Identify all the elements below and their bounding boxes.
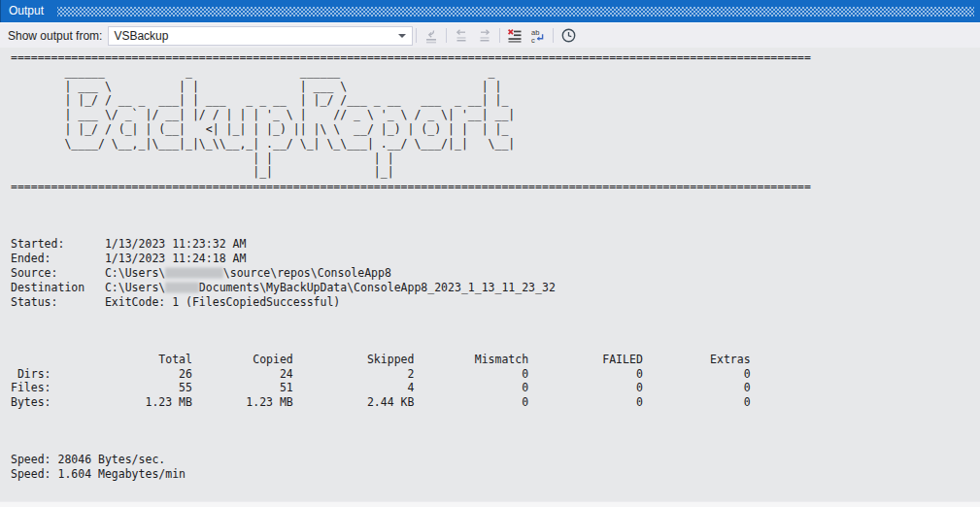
console-line bbox=[11, 223, 980, 238]
show-output-from-label: Show output from: bbox=[8, 29, 102, 43]
output-console[interactable]: ========================================… bbox=[0, 49, 980, 501]
console-line bbox=[11, 323, 980, 338]
console-line: ========================================… bbox=[11, 180, 980, 194]
console-line: | ___ \ | | | ___ \ | | bbox=[11, 80, 980, 94]
console-line: Bytes: 1.23 MB 1.23 MB 2.44 KB 0 0 0 bbox=[11, 395, 980, 410]
go-to-message-icon bbox=[423, 28, 439, 44]
output-toolbar: Show output from: VSBackup bbox=[0, 22, 980, 48]
titlebar-drag-grip[interactable] bbox=[57, 7, 974, 17]
next-message-icon bbox=[477, 28, 492, 44]
console-line: |_| |_| bbox=[11, 165, 980, 180]
console-line: \____/ \__,_|\___|_|\_\\__,_| .__/ \_| \… bbox=[11, 137, 980, 152]
word-wrap-icon: ab c bbox=[530, 28, 546, 44]
redacted-text bbox=[165, 282, 199, 292]
console-line: | |_/ / (_| | (__| <| |_| | |_) || |\ \ … bbox=[11, 122, 980, 137]
console-line: Ended: 1/13/2023 11:24:18 AM bbox=[11, 252, 980, 266]
clock-button[interactable] bbox=[558, 25, 579, 47]
next-message-button[interactable] bbox=[474, 25, 495, 47]
console-line: Started: 1/13/2023 11:23:32 AM bbox=[11, 237, 980, 252]
titlebar-title: Output bbox=[9, 0, 44, 22]
clear-all-icon bbox=[507, 28, 523, 44]
console-line: Files: 55 51 4 0 0 0 bbox=[11, 381, 980, 395]
console-line bbox=[11, 309, 980, 323]
console-line bbox=[11, 482, 980, 496]
output-source-combobox[interactable]: VSBackup bbox=[108, 26, 413, 46]
console-line: Speed: 28046 Bytes/sec. bbox=[11, 453, 980, 467]
redacted-text bbox=[165, 267, 223, 278]
previous-message-button[interactable] bbox=[451, 25, 472, 47]
console-line bbox=[11, 424, 980, 439]
console-line: Total Copied Skipped Mismatch FAILED Ext… bbox=[11, 353, 980, 367]
toolbar-separator bbox=[499, 28, 500, 43]
clear-all-button[interactable] bbox=[504, 25, 525, 47]
console-line bbox=[11, 194, 980, 209]
output-titlebar[interactable]: Output bbox=[0, 0, 980, 22]
go-to-message-button[interactable] bbox=[421, 25, 442, 47]
console-line: Dirs: 26 24 2 0 0 0 bbox=[11, 367, 980, 382]
console-line: Status: ExitCode: 1 (FilesCopiedSuccessf… bbox=[11, 295, 980, 310]
console-line bbox=[11, 209, 980, 223]
console-line: Source: C:\Users\\source\repos\ConsoleAp… bbox=[11, 266, 980, 281]
console-line bbox=[11, 439, 980, 454]
console-line: | | | | bbox=[11, 152, 980, 166]
console-line: | |_/ / __ _ ___| | ___ _ _ __ | |_/ /__… bbox=[11, 93, 980, 108]
combobox-value: VSBackup bbox=[114, 29, 168, 43]
console-line bbox=[11, 410, 980, 424]
chevron-down-icon bbox=[398, 34, 406, 38]
console-line: ========================================… bbox=[11, 51, 980, 65]
horizontal-scrollbar[interactable] bbox=[0, 501, 980, 507]
console-line bbox=[11, 338, 980, 353]
console-line: Speed: 1.604 Megabytes/min bbox=[11, 467, 980, 482]
word-wrap-button[interactable]: ab c bbox=[527, 25, 549, 47]
console-line: Destination C:\Users\Documents\MyBackUpD… bbox=[11, 281, 980, 295]
svg-text:c: c bbox=[531, 36, 535, 44]
toolbar-separator bbox=[416, 28, 417, 43]
clock-icon bbox=[560, 27, 577, 44]
console-line: ______ _ ______ _ bbox=[11, 65, 980, 80]
previous-message-icon bbox=[454, 28, 469, 44]
toolbar-separator bbox=[446, 28, 447, 43]
toolbar-separator bbox=[553, 28, 554, 43]
output-tool-window: Output Show output from: VSBackup bbox=[0, 0, 980, 507]
console-line: | ___ \/ _` |/ __| |/ / | | | '_ \ | // … bbox=[11, 108, 980, 122]
